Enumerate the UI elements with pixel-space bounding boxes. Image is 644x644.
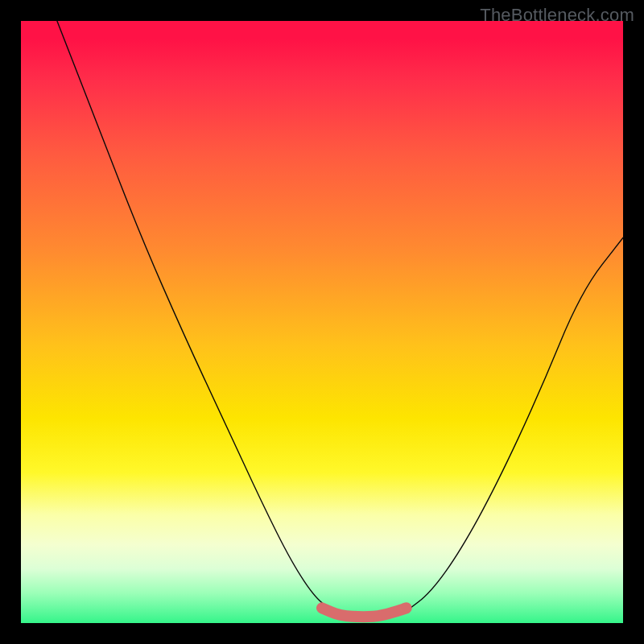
plot-area [21, 21, 623, 623]
left-descent-line [57, 21, 334, 611]
right-ascent-line [407, 237, 623, 611]
watermark-text: TheBottleneck.com [480, 5, 634, 26]
trough-highlight-arc [322, 608, 407, 617]
chart-curves [21, 21, 623, 623]
